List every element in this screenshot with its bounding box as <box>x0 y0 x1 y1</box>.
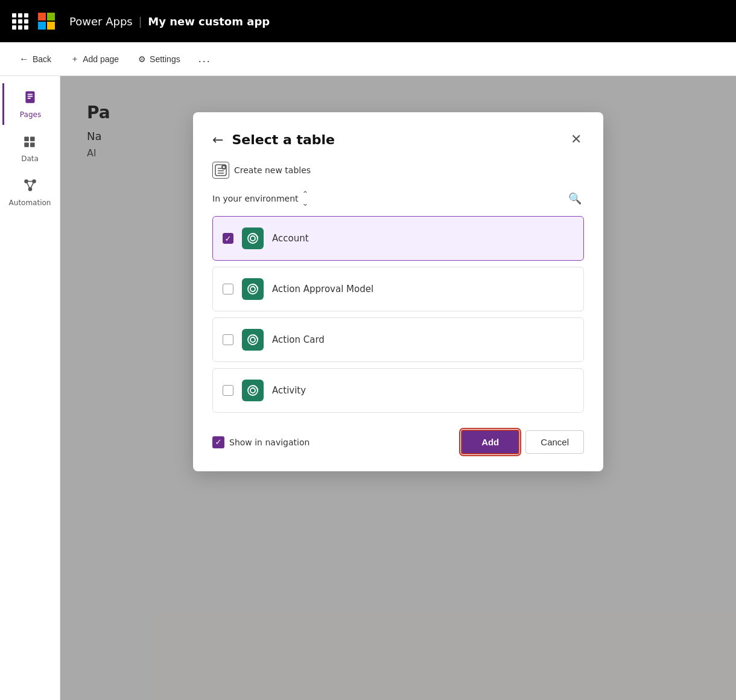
sidebar: Pages Data <box>0 76 60 700</box>
create-new-tables-label: Create new tables <box>234 165 311 175</box>
search-icon: 🔍 <box>568 192 582 205</box>
dialog-close-button[interactable]: ✕ <box>568 129 584 150</box>
table-name-action-card: Action Card <box>272 334 325 345</box>
svg-rect-7 <box>30 142 35 147</box>
add-button[interactable]: Add <box>461 430 519 454</box>
dialog-title: Select a table <box>232 132 335 147</box>
toolbar: ← Back ＋ Add page ⚙ Settings ... <box>0 42 736 76</box>
arrow-left-icon: ← <box>19 54 29 65</box>
svg-rect-3 <box>27 98 30 99</box>
table-name-action-approval: Action Approval Model <box>272 284 373 294</box>
svg-line-11 <box>26 182 30 189</box>
sidebar-item-pages[interactable]: Pages <box>2 83 56 125</box>
svg-point-26 <box>250 337 255 342</box>
table-checkbox-activity[interactable] <box>223 385 233 396</box>
pages-icon <box>23 89 39 108</box>
sidebar-automation-label: Automation <box>9 199 51 207</box>
table-checkbox-action-approval[interactable] <box>223 284 233 294</box>
svg-rect-2 <box>27 96 33 97</box>
svg-rect-5 <box>30 136 35 141</box>
dialog-overlay: ← Select a table ✕ <box>60 76 736 700</box>
table-checkbox-account[interactable] <box>223 233 233 244</box>
sidebar-data-label: Data <box>21 154 39 163</box>
table-icon-action-card <box>242 329 264 351</box>
table-icon-action-approval <box>242 278 264 300</box>
chevron-updown-icon: ⌃⌄ <box>302 189 309 208</box>
back-label: Back <box>33 54 51 64</box>
create-table-icon <box>212 162 229 179</box>
create-new-tables-row[interactable]: Create new tables <box>212 162 584 179</box>
microsoft-logo <box>38 13 55 30</box>
svg-rect-6 <box>24 142 29 147</box>
sidebar-item-data[interactable]: Data <box>4 127 57 169</box>
automation-icon <box>22 177 38 196</box>
add-page-button[interactable]: ＋ Add page <box>63 50 126 68</box>
main-area: Pages Data <box>0 76 736 700</box>
select-table-dialog: ← Select a table ✕ <box>193 112 603 471</box>
table-item-action-card[interactable]: Action Card <box>212 317 584 362</box>
nav-product-title: Power Apps | My new custom app <box>69 15 270 28</box>
sidebar-item-automation[interactable]: Automation <box>4 171 57 213</box>
add-page-label: Add page <box>83 54 119 64</box>
svg-point-28 <box>250 388 255 393</box>
table-list: Account Action Approval Model <box>212 216 584 413</box>
cancel-button[interactable]: Cancel <box>525 430 584 454</box>
dialog-header: ← Select a table ✕ <box>212 129 584 150</box>
svg-line-12 <box>30 182 34 189</box>
table-icon-account <box>242 228 264 249</box>
table-name-activity: Activity <box>272 385 306 396</box>
table-item-account[interactable]: Account <box>212 216 584 261</box>
dialog-back-icon[interactable]: ← <box>212 132 223 147</box>
table-item-action-approval[interactable]: Action Approval Model <box>212 267 584 311</box>
more-label: ... <box>198 52 211 65</box>
svg-rect-0 <box>25 91 34 103</box>
dialog-footer: Show in navigation Add Cancel <box>212 425 584 454</box>
grid-menu-icon[interactable] <box>12 13 28 30</box>
svg-point-22 <box>250 236 255 241</box>
more-button[interactable]: ... <box>192 49 217 69</box>
svg-point-24 <box>250 287 255 291</box>
content-area: Pa Na Al ← Select a table ✕ <box>60 76 736 700</box>
table-icon-activity <box>242 380 264 401</box>
environment-row: In your environment ⌃⌄ 🔍 <box>212 189 584 208</box>
show-navigation-label: Show in navigation <box>229 438 309 447</box>
data-icon <box>22 133 38 152</box>
environment-text: In your environment <box>212 194 299 203</box>
gear-icon: ⚙ <box>138 54 146 64</box>
environment-label[interactable]: In your environment ⌃⌄ <box>212 189 308 208</box>
svg-rect-4 <box>24 136 29 141</box>
settings-label: Settings <box>150 54 180 64</box>
table-name-account: Account <box>272 233 309 244</box>
top-navbar: Power Apps | My new custom app <box>0 0 736 42</box>
table-checkbox-action-card[interactable] <box>223 334 233 345</box>
plus-icon: ＋ <box>71 54 79 65</box>
sidebar-pages-label: Pages <box>20 110 41 119</box>
back-button[interactable]: ← Back <box>12 50 59 68</box>
settings-button[interactable]: ⚙ Settings <box>131 51 188 68</box>
show-navigation-checkbox[interactable] <box>212 436 224 448</box>
table-item-activity[interactable]: Activity <box>212 368 584 413</box>
search-button[interactable]: 🔍 <box>566 189 584 208</box>
svg-rect-1 <box>27 94 33 95</box>
show-navigation-row: Show in navigation <box>212 436 309 448</box>
dialog-title-row: ← Select a table <box>212 132 335 147</box>
